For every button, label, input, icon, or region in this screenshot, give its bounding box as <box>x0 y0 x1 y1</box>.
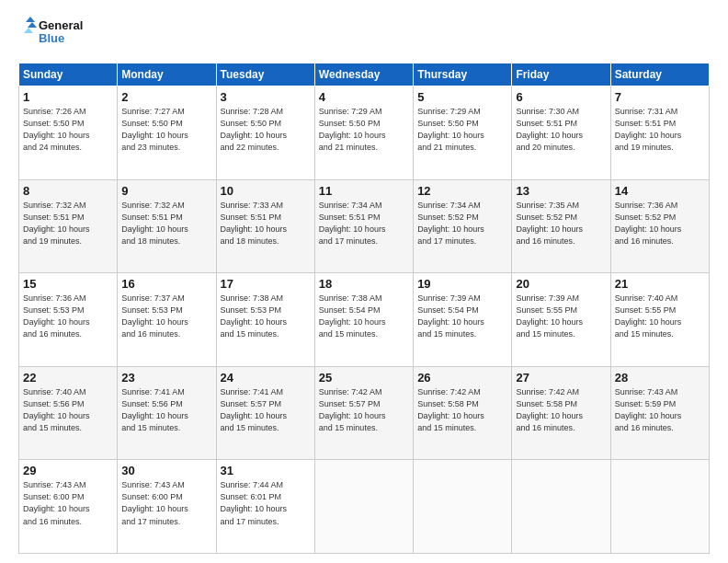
cell-info: Sunrise: 7:41 AMSunset: 5:57 PMDaylight:… <box>221 386 311 434</box>
calendar-cell: 9Sunrise: 7:32 AMSunset: 5:51 PMDaylight… <box>118 179 216 273</box>
day-number: 21 <box>615 277 705 291</box>
cell-info: Sunrise: 7:27 AMSunset: 5:50 PMDaylight:… <box>121 106 211 154</box>
day-number: 28 <box>615 371 705 385</box>
calendar-cell: 29Sunrise: 7:43 AMSunset: 6:00 PMDayligh… <box>19 460 118 554</box>
calendar-cell: 27Sunrise: 7:42 AMSunset: 5:58 PMDayligh… <box>512 366 610 460</box>
calendar-cell: 26Sunrise: 7:42 AMSunset: 5:58 PMDayligh… <box>414 366 512 460</box>
calendar-week-4: 22Sunrise: 7:40 AMSunset: 5:56 PMDayligh… <box>19 366 710 460</box>
calendar-cell: 4Sunrise: 7:29 AMSunset: 5:50 PMDaylight… <box>314 86 413 180</box>
day-number: 14 <box>615 184 705 198</box>
cell-info: Sunrise: 7:35 AMSunset: 5:52 PMDaylight:… <box>516 200 606 247</box>
day-number: 5 <box>417 90 507 104</box>
calendar-cell: 15Sunrise: 7:36 AMSunset: 5:53 PMDayligh… <box>19 273 118 367</box>
cell-info: Sunrise: 7:43 AMSunset: 5:59 PMDaylight:… <box>615 386 705 434</box>
cell-info: Sunrise: 7:36 AMSunset: 5:53 PMDaylight:… <box>23 293 113 340</box>
day-number: 4 <box>319 90 409 104</box>
calendar-cell: 2Sunrise: 7:27 AMSunset: 5:50 PMDaylight… <box>118 86 216 180</box>
logo: General Blue <box>18 15 92 53</box>
calendar-cell: 13Sunrise: 7:35 AMSunset: 5:52 PMDayligh… <box>512 179 610 273</box>
calendar-cell: 24Sunrise: 7:41 AMSunset: 5:57 PMDayligh… <box>216 366 314 460</box>
day-number: 9 <box>121 184 211 198</box>
day-number: 23 <box>121 371 211 385</box>
cell-info: Sunrise: 7:32 AMSunset: 5:51 PMDaylight:… <box>23 200 113 247</box>
logo-svg: General Blue <box>18 15 92 53</box>
weekday-header-thursday: Thursday <box>414 63 512 86</box>
calendar-week-1: 1Sunrise: 7:26 AMSunset: 5:50 PMDaylight… <box>19 86 710 180</box>
cell-info: Sunrise: 7:44 AMSunset: 6:01 PMDaylight:… <box>221 479 311 527</box>
cell-info: Sunrise: 7:32 AMSunset: 5:51 PMDaylight:… <box>121 200 211 247</box>
calendar-cell: 11Sunrise: 7:34 AMSunset: 5:51 PMDayligh… <box>314 179 413 273</box>
cell-info: Sunrise: 7:29 AMSunset: 5:50 PMDaylight:… <box>319 106 409 154</box>
calendar-cell: 5Sunrise: 7:29 AMSunset: 5:50 PMDaylight… <box>414 86 512 180</box>
day-number: 6 <box>516 90 606 104</box>
cell-info: Sunrise: 7:31 AMSunset: 5:51 PMDaylight:… <box>615 106 705 154</box>
day-number: 19 <box>417 277 507 291</box>
day-number: 29 <box>23 464 113 477</box>
day-number: 20 <box>516 277 606 291</box>
calendar-cell: 30Sunrise: 7:43 AMSunset: 6:00 PMDayligh… <box>118 460 216 554</box>
cell-info: Sunrise: 7:43 AMSunset: 6:00 PMDaylight:… <box>121 479 211 527</box>
calendar-cell: 7Sunrise: 7:31 AMSunset: 5:51 PMDaylight… <box>610 86 709 180</box>
day-number: 16 <box>121 277 211 291</box>
header: General Blue <box>18 15 710 53</box>
calendar-body: 1Sunrise: 7:26 AMSunset: 5:50 PMDaylight… <box>19 86 710 554</box>
day-number: 30 <box>121 464 211 477</box>
day-number: 15 <box>23 277 113 291</box>
cell-info: Sunrise: 7:26 AMSunset: 5:50 PMDaylight:… <box>23 106 113 154</box>
calendar-cell: 25Sunrise: 7:42 AMSunset: 5:57 PMDayligh… <box>314 366 413 460</box>
cell-info: Sunrise: 7:37 AMSunset: 5:53 PMDaylight:… <box>121 293 211 340</box>
svg-text:Blue: Blue <box>39 31 64 45</box>
cell-info: Sunrise: 7:29 AMSunset: 5:50 PMDaylight:… <box>417 106 507 154</box>
day-number: 26 <box>417 371 507 385</box>
calendar-cell: 14Sunrise: 7:36 AMSunset: 5:52 PMDayligh… <box>610 179 709 273</box>
cell-info: Sunrise: 7:33 AMSunset: 5:51 PMDaylight:… <box>221 200 311 247</box>
calendar-week-5: 29Sunrise: 7:43 AMSunset: 6:00 PMDayligh… <box>19 460 710 554</box>
weekday-header-sunday: Sunday <box>19 63 118 86</box>
svg-marker-4 <box>24 28 33 33</box>
cell-info: Sunrise: 7:36 AMSunset: 5:52 PMDaylight:… <box>615 200 705 247</box>
weekday-header-saturday: Saturday <box>610 63 709 86</box>
day-number: 1 <box>23 90 113 104</box>
day-number: 31 <box>221 464 311 477</box>
calendar-table: SundayMondayTuesdayWednesdayThursdayFrid… <box>18 63 710 554</box>
weekday-header-tuesday: Tuesday <box>216 63 314 86</box>
calendar-cell: 1Sunrise: 7:26 AMSunset: 5:50 PMDaylight… <box>19 86 118 180</box>
day-number: 10 <box>221 184 311 198</box>
calendar-cell: 21Sunrise: 7:40 AMSunset: 5:55 PMDayligh… <box>610 273 709 367</box>
calendar-week-2: 8Sunrise: 7:32 AMSunset: 5:51 PMDaylight… <box>19 179 710 273</box>
calendar-cell: 17Sunrise: 7:38 AMSunset: 5:53 PMDayligh… <box>216 273 314 367</box>
calendar-cell: 20Sunrise: 7:39 AMSunset: 5:55 PMDayligh… <box>512 273 610 367</box>
day-number: 8 <box>23 184 113 198</box>
day-number: 2 <box>121 90 211 104</box>
cell-info: Sunrise: 7:34 AMSunset: 5:52 PMDaylight:… <box>417 200 507 247</box>
calendar-cell: 28Sunrise: 7:43 AMSunset: 5:59 PMDayligh… <box>610 366 709 460</box>
weekday-header-wednesday: Wednesday <box>314 63 413 86</box>
calendar-cell: 22Sunrise: 7:40 AMSunset: 5:56 PMDayligh… <box>19 366 118 460</box>
calendar-cell: 19Sunrise: 7:39 AMSunset: 5:54 PMDayligh… <box>414 273 512 367</box>
cell-info: Sunrise: 7:42 AMSunset: 5:57 PMDaylight:… <box>319 386 409 434</box>
cell-info: Sunrise: 7:38 AMSunset: 5:54 PMDaylight:… <box>319 293 409 340</box>
cell-info: Sunrise: 7:34 AMSunset: 5:51 PMDaylight:… <box>319 200 409 247</box>
calendar-cell: 10Sunrise: 7:33 AMSunset: 5:51 PMDayligh… <box>216 179 314 273</box>
svg-text:General: General <box>39 18 83 32</box>
svg-marker-2 <box>26 17 35 22</box>
svg-marker-3 <box>28 22 37 28</box>
cell-info: Sunrise: 7:40 AMSunset: 5:55 PMDaylight:… <box>615 293 705 340</box>
calendar-cell <box>610 460 709 554</box>
day-number: 18 <box>319 277 409 291</box>
weekday-row: SundayMondayTuesdayWednesdayThursdayFrid… <box>19 63 710 86</box>
weekday-header-monday: Monday <box>118 63 216 86</box>
cell-info: Sunrise: 7:39 AMSunset: 5:54 PMDaylight:… <box>417 293 507 340</box>
calendar-page: General Blue SundayMondayTuesdayWednesda… <box>0 0 728 563</box>
day-number: 17 <box>221 277 311 291</box>
calendar-cell: 3Sunrise: 7:28 AMSunset: 5:50 PMDaylight… <box>216 86 314 180</box>
day-number: 13 <box>516 184 606 198</box>
day-number: 24 <box>221 371 311 385</box>
calendar-cell: 6Sunrise: 7:30 AMSunset: 5:51 PMDaylight… <box>512 86 610 180</box>
day-number: 27 <box>516 371 606 385</box>
day-number: 7 <box>615 90 705 104</box>
day-number: 25 <box>319 371 409 385</box>
day-number: 11 <box>319 184 409 198</box>
calendar-cell: 18Sunrise: 7:38 AMSunset: 5:54 PMDayligh… <box>314 273 413 367</box>
cell-info: Sunrise: 7:39 AMSunset: 5:55 PMDaylight:… <box>516 293 606 340</box>
